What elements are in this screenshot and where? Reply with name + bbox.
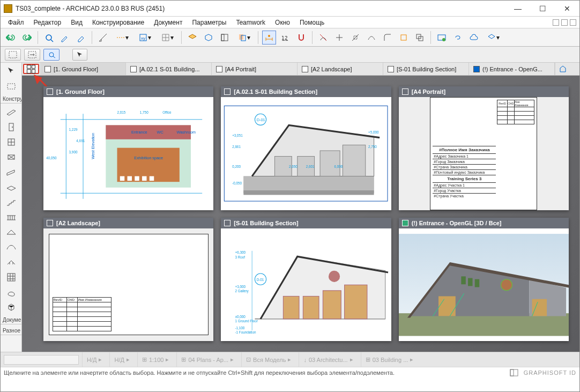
tab-section[interactable]: [S-01 Building Section] [383,63,469,75]
intersect-button[interactable] [413,31,427,45]
slab-tool[interactable] [4,181,19,194]
menu-construction[interactable]: Конструирование [88,18,148,27]
thumb-a2[interactable]: [A2 Landscape] RevIDChIDИмя Изменения [43,218,213,342]
scale-dropdown[interactable]: ⊞ 1:100 ▸ [137,352,174,367]
ruler-button[interactable] [96,31,110,45]
beam-tool[interactable] [4,166,19,179]
nd2[interactable]: Н/Д ▸ [109,352,133,367]
toolbox-section-design: Констру [1,95,21,103]
layout-icon [216,66,222,72]
window-tool[interactable] [4,136,19,149]
object-tool[interactable] [4,301,19,314]
menu-view[interactable]: Вид [66,18,87,27]
thumb-ground-floor[interactable]: [1. Ground Floor] Entrance WC Washroom E… [43,86,213,210]
tab-a4[interactable]: [A4 Portrait] [212,63,298,75]
grid-dropdown[interactable]: ▾ [157,31,177,45]
nd1[interactable]: Н/Д ▸ [82,352,106,367]
thumb-3d[interactable]: (!) Entrance - OpenGL [3D / Все] [399,218,569,342]
menu-teamwork[interactable]: Teamwork [232,18,270,27]
undo-button[interactable] [4,31,18,45]
mdi-close-icon[interactable] [570,19,576,26]
brand-label[interactable]: GRAPHISOFT ID [524,369,576,376]
layer-dropdown[interactable] [4,355,79,365]
thumb-section[interactable]: [S-01 Building Section] D-0 [221,218,391,342]
magnet-button[interactable] [294,31,308,45]
svg-rect-102 [468,278,472,286]
morph-tool[interactable] [4,286,19,299]
snap-dropdown[interactable]: xy▾ [135,31,155,45]
column-tool[interactable] [4,151,19,164]
building-dropdown[interactable]: ⊞ 03 Building ... ▸ [361,352,418,367]
wall-tool[interactable] [4,106,19,119]
model-dropdown[interactable]: ⊡ Вся Модель ▸ [241,352,295,367]
marquee-tool[interactable] [4,80,19,93]
tab-overview-button[interactable] [23,64,39,74]
plans-dropdown[interactable]: ⊞ 04 Plans - Ap... ▸ [176,352,238,367]
eyedropper-button[interactable] [58,31,72,45]
arrow-tool[interactable] [4,65,19,78]
plan-icon [44,66,51,72]
guide-dropdown[interactable]: ▾ [112,31,132,45]
viewport[interactable]: [1. Ground Floor] Entrance WC Washroom E… [22,76,579,352]
arch-dropdown[interactable]: ↓ 03 Architectu... ▸ [299,352,357,367]
manage-button[interactable] [435,31,449,45]
close-button[interactable]: ✕ [555,1,579,17]
mdi-minimize-icon[interactable] [553,19,559,26]
door-tool[interactable] [4,121,19,134]
svg-text:2,861: 2,861 [232,145,241,149]
plane-button[interactable] [202,31,215,45]
svg-rect-99 [532,299,547,316]
trim-button[interactable] [332,31,346,45]
menu-help[interactable]: Помощь [295,18,329,27]
cloud-button[interactable] [467,31,481,45]
pick-button[interactable] [42,31,56,45]
window-title: TS03_complete - ARCHICAD 23.0.0 B3 RUS (… [16,5,165,12]
fillet-button[interactable] [381,31,395,45]
menu-window[interactable]: Окно [271,18,294,27]
publish-dropdown[interactable]: ▾ [483,31,503,45]
tab-a2[interactable]: [A2 Landscape] [298,63,383,75]
railing-tool[interactable] [4,211,19,224]
tab-a021[interactable]: [A.02.1 S-01 Building... [126,63,212,75]
stair-tool[interactable] [4,196,19,209]
layout-mini-icon[interactable] [510,369,518,376]
menu-file[interactable]: Файл [4,18,28,27]
shell-tool[interactable] [4,241,19,254]
adjust-button[interactable] [365,31,378,45]
layout-button[interactable] [218,31,232,45]
arrow-tool-button[interactable] [72,49,87,61]
link-button[interactable] [451,31,465,45]
syringe-button[interactable] [74,31,88,45]
thumb-section-layout[interactable]: [A.02.1 S-01 Building Section] [221,86,391,210]
split-button[interactable] [348,31,362,45]
marquee-partial-button[interactable] [5,49,21,61]
tab-3d[interactable]: (!) Entrance - OpenG... [469,63,555,75]
curtainwall-tool[interactable] [4,271,19,284]
trace-dropdown[interactable]: ▾ [234,31,254,45]
maximize-button[interactable]: ☐ [530,1,555,17]
tab-label: [S-01 Building Section] [397,66,456,72]
svg-rect-33 [117,148,180,182]
menu-parameters[interactable]: Параметры [188,18,230,27]
layers-button[interactable] [185,31,199,45]
menu-editor[interactable]: Редактор [29,18,66,27]
roof-tool[interactable] [4,226,19,239]
selection-toolbar [1,47,579,63]
quick-select-toggle[interactable] [43,49,60,61]
resize-button[interactable] [397,31,411,45]
plan-icon [47,88,53,95]
dimension-12-button[interactable]: 1̲2̲ [278,31,292,45]
dimension-toggle[interactable] [262,31,276,45]
tab-popout-button[interactable] [555,63,571,75]
redo-button[interactable] [20,31,34,45]
minimize-button[interactable]: — [505,1,530,17]
suspend-button[interactable] [316,31,330,45]
menu-document[interactable]: Документ [150,18,187,27]
thumb-title: [A4 Portrait] [412,88,446,95]
skylight-tool[interactable] [4,256,19,269]
mdi-restore-icon[interactable] [561,19,568,26]
thumb-a4[interactable]: [A4 Portrait] RevIDChIDИмя Изменения [399,86,569,210]
marquee-direction-button[interactable] [24,49,40,61]
svg-text:1,750: 1,750 [140,110,148,114]
tab-ground-floor[interactable]: [1. Ground Floor] [40,63,126,75]
